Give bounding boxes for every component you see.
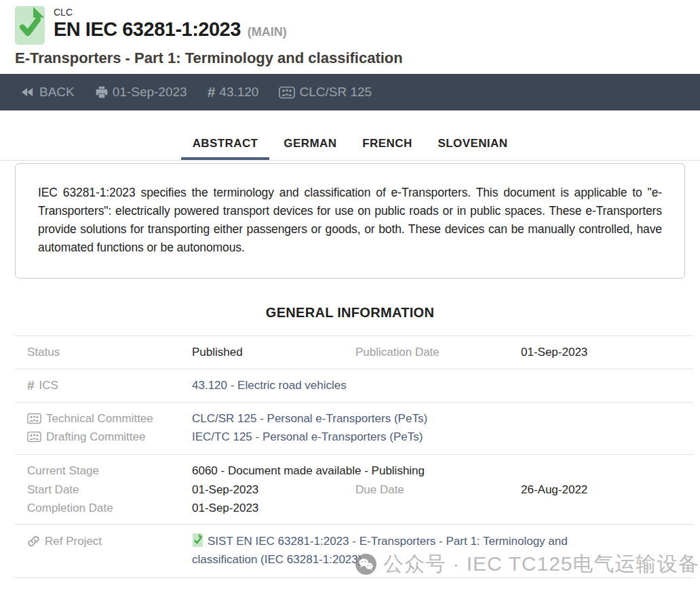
language-tabs: ABSTRACT GERMAN FRENCH SLOVENIAN: [0, 129, 700, 161]
main-tag: (MAIN): [248, 25, 287, 39]
status-value: Published: [192, 343, 355, 361]
document-check-icon: [192, 533, 203, 547]
publication-date-label: Publication Date: [355, 343, 521, 361]
abstract-text: IEC 63281-1:2023 specifies the terminolo…: [38, 184, 662, 257]
current-stage-value: 6060 - Document made available - Publish…: [192, 462, 693, 481]
page-title: EN IEC 63281-1:2023: [54, 18, 241, 41]
publication-date-label: 01-Sep-2023: [113, 85, 187, 100]
table-row-current-stage: Current Stage 6060 - Document made avail…: [15, 454, 693, 524]
abstract-card: IEC 63281-1:2023 specifies the terminolo…: [15, 163, 685, 279]
rewind-icon: [20, 86, 35, 98]
tab-slovenian[interactable]: SLOVENIAN: [427, 129, 520, 160]
tab-french[interactable]: FRENCH: [351, 129, 423, 160]
link-icon: [27, 535, 40, 548]
document-check-icon: [15, 6, 45, 45]
completion-date-value: 01-Sep-2023: [192, 499, 355, 518]
ref-project-label: Ref Project: [45, 532, 102, 550]
table-row-ics: # ICS 43.120 - Electric road vehicles: [15, 369, 693, 402]
ics-code-label: 43.120: [219, 85, 258, 100]
table-row-status: Status Published Publication Date 01-Sep…: [15, 335, 693, 369]
ics-link[interactable]: 43.120 - Electric road vehicles: [192, 379, 347, 392]
printer-icon: [95, 85, 109, 99]
drafting-committee-label: Drafting Committee: [46, 428, 145, 446]
general-information-table: Status Published Publication Date 01-Sep…: [15, 335, 693, 578]
tab-german[interactable]: GERMAN: [272, 129, 348, 160]
start-date-label: Start Date: [27, 481, 192, 500]
general-information-heading: GENERAL INFORMATION: [0, 305, 700, 321]
organization-label: CLC: [54, 7, 287, 18]
start-date-value: 01-Sep-2023: [192, 481, 355, 500]
drafting-committee-link[interactable]: IEC/TC 125 - Personal e-Transporters (Pe…: [192, 430, 423, 443]
page-subtitle: E-Transporters - Part 1: Terminology and…: [15, 49, 685, 67]
hash-icon: #: [27, 376, 35, 394]
toolbar: BACK 01-Sep-2023 # 43.120 CLC/SR 125: [0, 74, 700, 110]
committee-item[interactable]: CLC/SR 125: [279, 85, 372, 100]
current-stage-label: Current Stage: [27, 462, 192, 481]
hash-icon: #: [208, 84, 216, 100]
technical-committee-label: Technical Committee: [46, 409, 153, 428]
page-header: CLC EN IEC 63281-1:2023 (MAIN) E-Transpo…: [0, 0, 700, 67]
ref-project-link[interactable]: SIST EN IEC 63281-1:2023 - E-Transporter…: [192, 535, 568, 566]
due-date-label: Due Date: [355, 481, 521, 500]
completion-date-label: Completion Date: [27, 499, 192, 518]
committee-group-icon: [279, 86, 295, 99]
back-button[interactable]: BACK: [20, 85, 75, 100]
technical-committee-link[interactable]: CLC/SR 125 - Personal e-Transporters (Pe…: [192, 412, 427, 425]
ics-item[interactable]: # 43.120: [208, 84, 259, 100]
table-row-ref-project: Ref Project SIST EN IEC 63281-1:2023 - E…: [15, 524, 693, 578]
committee-group-icon: [27, 431, 41, 443]
back-label: BACK: [39, 85, 75, 100]
tab-abstract[interactable]: ABSTRACT: [181, 129, 270, 160]
table-row-committees: Technical Committee Drafting Committee C…: [15, 402, 693, 454]
status-label: Status: [27, 343, 192, 361]
publication-date-value: 01-Sep-2023: [521, 343, 693, 361]
ics-label: ICS: [39, 376, 58, 394]
print-date-item[interactable]: 01-Sep-2023: [95, 85, 187, 100]
committee-label: CLC/SR 125: [299, 85, 372, 100]
due-date-value: 26-Aug-2022: [521, 481, 693, 500]
committee-group-icon: [27, 413, 41, 424]
